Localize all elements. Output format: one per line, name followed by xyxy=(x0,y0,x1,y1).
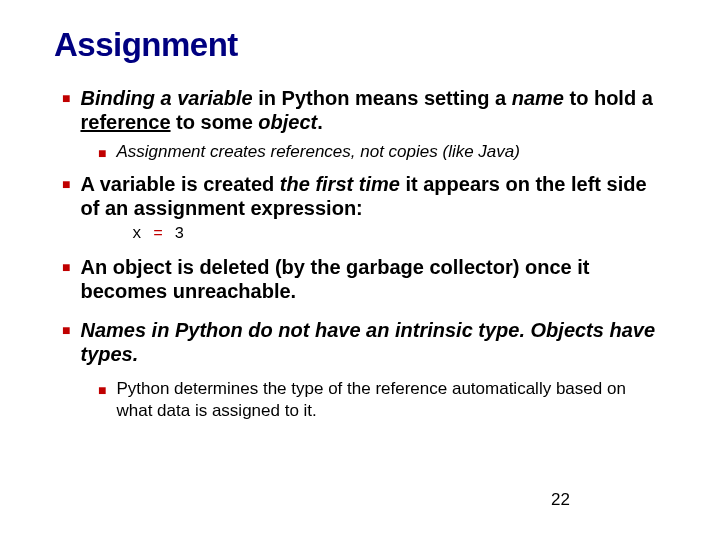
bullet-item-1: Binding a variable in Python means setti… xyxy=(54,86,666,135)
text-run: Binding a variable xyxy=(80,87,252,109)
bullet-item-2: A variable is created the first time it … xyxy=(54,172,666,221)
text-run: A variable is created xyxy=(80,173,279,195)
code-op: = xyxy=(153,225,164,243)
text-run: Objects xyxy=(531,319,604,341)
text-run: to hold a xyxy=(564,87,653,109)
bullet-marker-icon xyxy=(62,258,70,304)
text-run: name xyxy=(512,87,564,109)
bullet-text: Names in Python do not have an intrinsic… xyxy=(80,318,666,367)
slide: Assignment Binding a variable in Python … xyxy=(0,0,720,421)
text-run: object xyxy=(258,111,317,133)
bullet-text: Python determines the type of the refere… xyxy=(116,378,666,421)
text-run: the first time xyxy=(280,173,400,195)
bullet-item-3: An object is deleted (by the garbage col… xyxy=(54,255,666,304)
page-number: 22 xyxy=(551,490,570,510)
text-run: in Python means setting a xyxy=(253,87,512,109)
bullet-marker-icon xyxy=(62,321,70,367)
bullet-marker-icon xyxy=(62,89,70,135)
code-lhs: x xyxy=(132,225,153,243)
bullet-item-1-sub: Assignment creates references, not copie… xyxy=(54,141,666,162)
bullet-marker-icon xyxy=(62,175,70,221)
bullet-marker-icon xyxy=(98,144,106,162)
bullet-text: A variable is created the first time it … xyxy=(80,172,666,221)
spacer xyxy=(54,310,666,318)
slide-title: Assignment xyxy=(54,26,666,64)
text-run: reference xyxy=(80,111,170,133)
code-snippet: x = 3 xyxy=(54,225,666,243)
bullet-text: Assignment creates references, not copie… xyxy=(116,141,519,162)
code-rhs: 3 xyxy=(164,225,185,243)
bullet-text: Binding a variable in Python means setti… xyxy=(80,86,666,135)
text-run: Names in Python do not have an intrinsic… xyxy=(80,319,530,341)
text-run: . xyxy=(317,111,323,133)
text-run: to some xyxy=(171,111,259,133)
bullet-text: An object is deleted (by the garbage col… xyxy=(80,255,666,304)
bullet-marker-icon xyxy=(98,381,106,421)
bullet-item-4-sub: Python determines the type of the refere… xyxy=(54,378,666,421)
bullet-item-4: Names in Python do not have an intrinsic… xyxy=(54,318,666,367)
